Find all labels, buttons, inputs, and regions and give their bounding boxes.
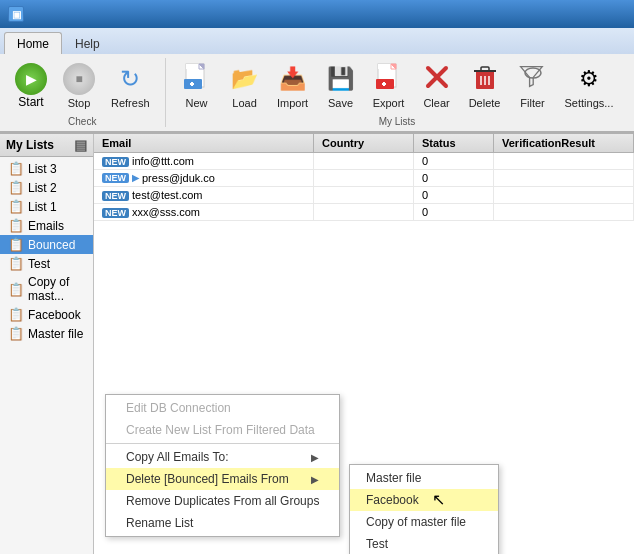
refresh-icon: ↻ bbox=[114, 63, 146, 95]
svg-rect-2 bbox=[186, 64, 199, 69]
export-icon bbox=[373, 63, 405, 95]
list-item-test[interactable]: 📋 Test bbox=[0, 254, 93, 273]
list-item-copyofmaster[interactable]: 📋 Copy of mast... bbox=[0, 273, 93, 305]
ribbon-group-mylists: New 📂 Load 📥 Import 💾 Save bbox=[166, 58, 629, 127]
load-button[interactable]: 📂 Load bbox=[222, 58, 268, 114]
start-button[interactable]: ▶ Start bbox=[8, 58, 54, 114]
verification-cell bbox=[494, 153, 634, 169]
settings-button[interactable]: ⚙ Settings... bbox=[558, 58, 621, 114]
new-button[interactable]: New bbox=[174, 58, 220, 114]
check-buttons: ▶ Start ■ Stop ↻ Refresh bbox=[8, 58, 157, 114]
test-icon: 📋 bbox=[8, 256, 24, 271]
list3-label: List 3 bbox=[28, 162, 57, 176]
export-label: Export bbox=[373, 97, 405, 109]
mylists-group-label: My Lists bbox=[379, 116, 416, 127]
filter-button[interactable]: Filter bbox=[510, 58, 556, 114]
new-badge: NEW bbox=[102, 157, 129, 167]
status-cell: 0 bbox=[414, 170, 494, 186]
bounced-label: Bounced bbox=[28, 238, 75, 252]
masterfile-label: Master file bbox=[28, 327, 83, 341]
tab-home[interactable]: Home bbox=[4, 32, 62, 54]
facebook-label: Facebook bbox=[28, 308, 81, 322]
list1-label: List 1 bbox=[28, 200, 57, 214]
table-row[interactable]: NEWinfo@ttt.com 0 bbox=[94, 153, 634, 170]
list-items: 📋 List 3 📋 List 2 📋 List 1 📋 Emails 📋 Bo… bbox=[0, 157, 93, 554]
verification-cell bbox=[494, 187, 634, 203]
status-cell: 0 bbox=[414, 187, 494, 203]
emails-label: Emails bbox=[28, 219, 64, 233]
panel-title: My Lists bbox=[6, 138, 54, 152]
country-cell bbox=[314, 187, 414, 203]
col-country: Country bbox=[314, 134, 414, 152]
facebook-icon: 📋 bbox=[8, 307, 24, 322]
masterfile-icon: 📋 bbox=[8, 326, 24, 341]
submenu-masterfile[interactable]: Master file bbox=[350, 467, 498, 489]
list1-icon: 📋 bbox=[8, 199, 24, 214]
save-label: Save bbox=[328, 97, 353, 109]
settings-icon: ⚙ bbox=[573, 63, 605, 95]
export-button[interactable]: Export bbox=[366, 58, 412, 114]
ribbon-content: ▶ Start ■ Stop ↻ Refresh Check bbox=[0, 54, 634, 133]
table-row[interactable]: NEWtest@test.com 0 bbox=[94, 187, 634, 204]
verification-cell bbox=[494, 170, 634, 186]
ribbon-group-check: ▶ Start ■ Stop ↻ Refresh Check bbox=[0, 58, 166, 127]
main-area: My Lists ▤ 📋 List 3 📋 List 2 📋 List 1 📋 … bbox=[0, 134, 634, 554]
delete-button[interactable]: Delete bbox=[462, 58, 508, 114]
table-row[interactable]: NEW ▶ press@jduk.co 0 bbox=[94, 170, 634, 187]
mylists-buttons: New 📂 Load 📥 Import 💾 Save bbox=[174, 58, 621, 114]
svg-point-24 bbox=[525, 68, 541, 78]
save-icon: 💾 bbox=[325, 63, 357, 95]
panel-header-icon: ▤ bbox=[74, 137, 87, 153]
refresh-button[interactable]: ↻ Refresh bbox=[104, 58, 157, 114]
list-item-facebook[interactable]: 📋 Facebook bbox=[0, 305, 93, 324]
list-item-list2[interactable]: 📋 List 2 bbox=[0, 178, 93, 197]
copyofmaster-icon: 📋 bbox=[8, 282, 24, 297]
import-button[interactable]: 📥 Import bbox=[270, 58, 316, 114]
menu-delete-bounced[interactable]: Delete [Bounced] Emails From ▶ bbox=[106, 468, 339, 490]
table-row[interactable]: NEWxxx@sss.com 0 bbox=[94, 204, 634, 221]
check-group-label: Check bbox=[68, 116, 96, 127]
menu-rename[interactable]: Rename List bbox=[106, 512, 339, 534]
email-cell: NEWinfo@ttt.com bbox=[94, 153, 314, 169]
delete-icon bbox=[469, 63, 501, 95]
submenu-copyofmaster[interactable]: Copy of master file bbox=[350, 511, 498, 533]
menu-separator1 bbox=[106, 443, 339, 444]
col-email: Email bbox=[94, 134, 314, 152]
country-cell bbox=[314, 153, 414, 169]
new-badge: NEW bbox=[102, 208, 129, 218]
save-button[interactable]: 💾 Save bbox=[318, 58, 364, 114]
list-item-list1[interactable]: 📋 List 1 bbox=[0, 197, 93, 216]
panel-header: My Lists ▤ bbox=[0, 134, 93, 157]
title-bar: ▣ bbox=[0, 0, 634, 28]
menu-edit-db[interactable]: Edit DB Connection bbox=[106, 397, 339, 419]
submenu-facebook[interactable]: Facebook bbox=[350, 489, 498, 511]
list-item-bounced[interactable]: 📋 Bounced bbox=[0, 235, 93, 254]
list-item-emails[interactable]: 📋 Emails bbox=[0, 216, 93, 235]
test-label: Test bbox=[28, 257, 50, 271]
new-label: New bbox=[186, 97, 208, 109]
ribbon: Home Help ▶ Start ■ Stop ↻ Refresh bbox=[0, 28, 634, 134]
table-header: Email Country Status VerificationResult bbox=[94, 134, 634, 153]
menu-create-new[interactable]: Create New List From Filtered Data bbox=[106, 419, 339, 441]
clear-button[interactable]: Clear bbox=[414, 58, 460, 114]
col-status: Status bbox=[414, 134, 494, 152]
country-cell bbox=[314, 204, 414, 220]
menu-copy-all[interactable]: Copy All Emails To: ▶ bbox=[106, 446, 339, 468]
email-cell: NEWtest@test.com bbox=[94, 187, 314, 203]
list-item-masterfile[interactable]: 📋 Master file bbox=[0, 324, 93, 343]
load-icon: 📂 bbox=[229, 63, 261, 95]
submenu-test[interactable]: Test bbox=[350, 533, 498, 554]
submenu-arrow-delete: ▶ bbox=[311, 474, 319, 485]
list3-icon: 📋 bbox=[8, 161, 24, 176]
email-cell: NEW ▶ press@jduk.co bbox=[94, 170, 314, 186]
list-item-list3[interactable]: 📋 List 3 bbox=[0, 159, 93, 178]
start-label: Start bbox=[18, 95, 43, 109]
stop-button[interactable]: ■ Stop bbox=[56, 58, 102, 114]
refresh-label: Refresh bbox=[111, 97, 150, 109]
menu-remove-dupes[interactable]: Remove Duplicates From all Groups bbox=[106, 490, 339, 512]
expand-icon: ▶ bbox=[132, 173, 139, 183]
left-panel: My Lists ▤ 📋 List 3 📋 List 2 📋 List 1 📋 … bbox=[0, 134, 94, 554]
svg-rect-10 bbox=[378, 64, 391, 69]
ribbon-tabs: Home Help bbox=[0, 28, 634, 54]
tab-help[interactable]: Help bbox=[62, 32, 113, 54]
